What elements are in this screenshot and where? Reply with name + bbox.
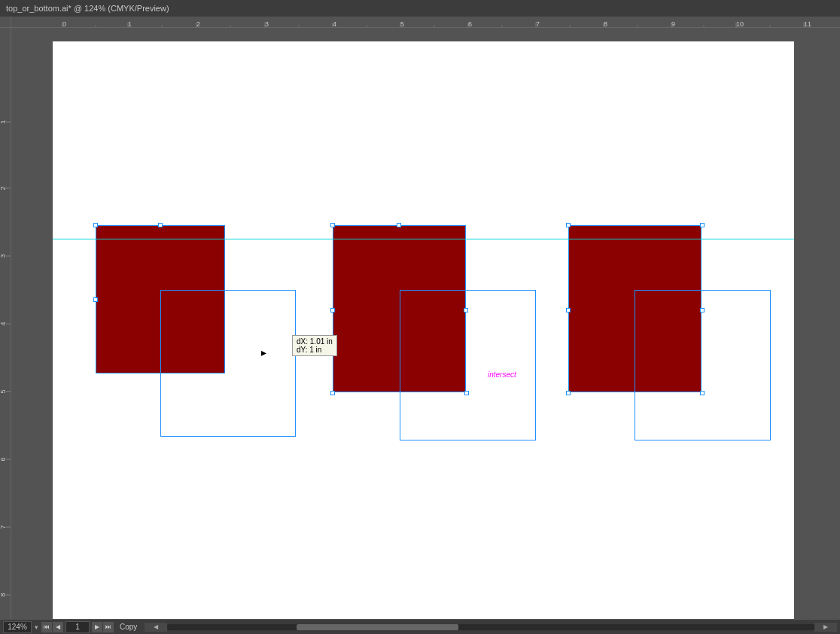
nav-controls[interactable]: ⏮ ◀ 1 ▶ ⏭ bbox=[41, 621, 114, 633]
hscroll-left-btn[interactable]: ◀ bbox=[145, 623, 167, 632]
bottom-bar: 124% ▾ ⏮ ◀ 1 ▶ ⏭ Copy ◀ ▶ bbox=[0, 619, 840, 634]
title-bar: top_or_bottom.ai* @ 124% (CMYK/Preview) bbox=[0, 0, 840, 17]
svg-text:3: 3 bbox=[265, 20, 269, 28]
artboard: dX: 1.01 in dY: 1 in intersect ▸ bbox=[53, 41, 794, 619]
hscroll-right-btn[interactable]: ▶ bbox=[814, 623, 837, 632]
tooltip: dX: 1.01 in dY: 1 in bbox=[292, 335, 337, 356]
ruler-left: 1 2 3 4 5 6 7 8 bbox=[0, 28, 11, 619]
svg-text:1: 1 bbox=[128, 20, 132, 28]
ruler-top: 0 1 2 3 4 5 6 7 8 9 10 11 bbox=[11, 17, 840, 28]
intersect-label: intersect bbox=[488, 370, 516, 379]
blue-rect-1 bbox=[160, 290, 296, 437]
svg-text:4: 4 bbox=[333, 20, 336, 28]
svg-text:7: 7 bbox=[0, 525, 7, 529]
svg-text:8: 8 bbox=[0, 593, 7, 596]
blue-rect-3 bbox=[635, 290, 771, 440]
svg-text:4: 4 bbox=[0, 322, 7, 325]
canvas-area[interactable]: dX: 1.01 in dY: 1 in intersect ▸ bbox=[11, 28, 840, 619]
handle-ml-2[interactable] bbox=[330, 308, 335, 312]
hscroll-thumb[interactable] bbox=[297, 624, 458, 630]
handle-ml-3[interactable] bbox=[566, 308, 571, 312]
handle-tl-3[interactable] bbox=[566, 223, 571, 227]
tooltip-line1: dX: 1.01 in bbox=[297, 337, 333, 346]
handle-ml-1[interactable] bbox=[93, 297, 98, 302]
svg-text:9: 9 bbox=[671, 20, 675, 28]
handle-bl-3[interactable] bbox=[566, 391, 571, 395]
handle-bl-2[interactable] bbox=[330, 391, 335, 395]
svg-text:6: 6 bbox=[0, 457, 7, 461]
svg-text:11: 11 bbox=[804, 20, 811, 28]
svg-text:10: 10 bbox=[736, 20, 744, 28]
svg-text:0: 0 bbox=[62, 20, 66, 28]
zoom-controls[interactable]: 124% ▾ bbox=[3, 621, 38, 633]
svg-text:3: 3 bbox=[0, 254, 7, 258]
handle-tl-2[interactable] bbox=[330, 223, 335, 227]
svg-text:1: 1 bbox=[0, 120, 7, 123]
svg-text:5: 5 bbox=[0, 389, 7, 393]
ruler-corner bbox=[0, 17, 11, 28]
nav-last-btn[interactable]: ⏭ bbox=[103, 622, 114, 632]
svg-text:5: 5 bbox=[400, 20, 404, 28]
nav-prev-btn[interactable]: ◀ bbox=[53, 622, 63, 632]
zoom-value[interactable]: 124% bbox=[3, 621, 32, 633]
svg-text:7: 7 bbox=[536, 20, 540, 28]
svg-text:8: 8 bbox=[604, 20, 607, 28]
title-text: top_or_bottom.ai* @ 124% (CMYK/Preview) bbox=[6, 4, 169, 13]
handle-tl-1[interactable] bbox=[93, 223, 98, 227]
svg-text:2: 2 bbox=[196, 20, 200, 28]
page-copy-label: Copy bbox=[120, 623, 137, 631]
artboard-number[interactable]: 1 bbox=[65, 621, 90, 633]
handle-tm-1[interactable] bbox=[158, 223, 163, 227]
handle-tm-2[interactable] bbox=[397, 223, 401, 227]
handle-tr-3[interactable] bbox=[700, 223, 705, 227]
svg-text:2: 2 bbox=[0, 186, 7, 190]
svg-text:6: 6 bbox=[468, 20, 472, 28]
nav-next-btn[interactable]: ▶ bbox=[92, 622, 102, 632]
guide-horizontal[interactable] bbox=[53, 239, 794, 239]
tooltip-line2: dY: 1 in bbox=[297, 346, 333, 354]
nav-first-btn[interactable]: ⏮ bbox=[41, 622, 52, 632]
blue-rect-2 bbox=[400, 290, 536, 440]
